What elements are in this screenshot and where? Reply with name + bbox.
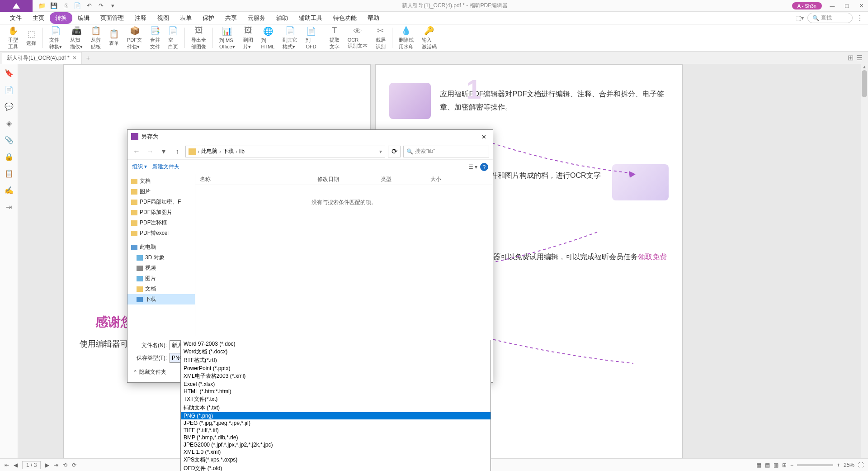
nav-next-icon[interactable]: ▶ — [45, 462, 49, 468]
dialog-search-input[interactable]: 🔍 搜索"lib" — [403, 146, 489, 157]
tree-item[interactable]: PDF转excel — [127, 228, 195, 238]
nav-prev-icon[interactable]: ◀ — [14, 462, 18, 468]
screenshot-ocr-button[interactable]: ✂截屏 识别 — [372, 25, 389, 51]
dropdown-item[interactable]: HTML (*.htm;*.html) — [181, 388, 491, 395]
breadcrumb-item[interactable]: 此电脑 — [201, 147, 217, 155]
maximize-button[interactable]: ▢ — [840, 1, 854, 11]
to-html-button[interactable]: 🌐到 HTML — [258, 25, 278, 50]
dropdown-item[interactable]: 辅助文本 (*.txt) — [181, 404, 491, 412]
menu-help[interactable]: 帮助 — [362, 12, 385, 24]
nav-back-icon[interactable]: ⟲ — [63, 462, 67, 468]
form-button[interactable]: 📋表单 — [105, 28, 123, 48]
view-mode-4-icon[interactable]: ⊞ — [782, 462, 787, 468]
menu-form[interactable]: 表单 — [175, 12, 197, 24]
breadcrumb-item[interactable]: lib — [239, 148, 245, 155]
export-images-button[interactable]: 🖼导出全 部图像 — [188, 25, 210, 51]
tree-item[interactable]: PDF注释框 — [127, 218, 195, 228]
document-tab[interactable]: 新人引导(1)_OCR(4).pdf * ✕ — [2, 52, 82, 64]
tree-item[interactable]: 文档 — [127, 284, 195, 294]
hand-tool-button[interactable]: ✋手型 工具 — [5, 25, 22, 51]
package-button[interactable]: 📦PDF文 件包▾ — [123, 25, 146, 51]
dropdown-item[interactable]: XML 1.0 (*.xml) — [181, 448, 491, 456]
dropdown-item[interactable]: JPEG2000 (*.jpf,*.jpx,*.jp2,*.j2k,*.jpc) — [181, 441, 491, 448]
help-icon[interactable]: ? — [480, 163, 488, 171]
comment-icon[interactable]: 💬 — [5, 102, 14, 111]
tree-item[interactable]: PDF局部加密、F — [127, 197, 195, 207]
undo-icon[interactable]: ↶ — [84, 1, 94, 11]
signature-icon[interactable]: ✍ — [5, 186, 14, 195]
folder-tree[interactable]: 文档 图片 PDF局部加密、F PDF添加图片 PDF注释框 PDF转excel… — [127, 174, 195, 337]
menu-tools[interactable]: 辅助工具 — [293, 12, 328, 24]
nav-forward-icon[interactable]: ⟳ — [72, 462, 76, 468]
tree-item[interactable]: 文档 — [127, 176, 195, 186]
new-folder-button[interactable]: 新建文件夹 — [152, 163, 179, 171]
tab-close-icon[interactable]: ✕ — [72, 55, 77, 61]
open-icon[interactable]: 📁 — [37, 1, 47, 11]
tree-item[interactable]: PDF添加图片 — [127, 207, 195, 218]
layers-icon[interactable]: ◈ — [6, 119, 12, 128]
breadcrumb[interactable]: › 此电脑 › 下载 › lib ▾ — [185, 146, 385, 157]
minimize-button[interactable]: — — [826, 1, 839, 11]
view-mode-1-icon[interactable]: ▦ — [756, 462, 761, 468]
menu-options-icon[interactable]: ⬚▾ — [796, 15, 804, 21]
layout-list-icon[interactable]: ☰ — [856, 53, 863, 62]
security-icon[interactable]: 🔒 — [5, 152, 14, 161]
panel-toggle-icon[interactable]: ⇥ — [6, 203, 12, 211]
tree-item[interactable]: 视频 — [127, 263, 195, 273]
file-convert-button[interactable]: 📄文件 转换▾ — [46, 25, 66, 51]
refresh-button[interactable]: ⟳ — [388, 146, 401, 157]
filetype-dropdown[interactable]: Word 97-2003 (*.doc) Word文档 (*.docx) RTF… — [180, 340, 491, 471]
dropdown-item[interactable]: XML电子表格2003 (*.xml) — [181, 372, 491, 381]
attachment-icon[interactable]: 📎 — [5, 136, 14, 144]
to-ofd-button[interactable]: 📄到 OFD — [302, 25, 320, 50]
tree-item[interactable]: 图片 — [127, 186, 195, 197]
to-office-button[interactable]: 📊到 MS Office▾ — [216, 25, 239, 51]
select-tool-button[interactable]: ⬚选择 — [23, 28, 40, 48]
nav-last-icon[interactable]: ⇥ — [54, 462, 58, 468]
dropdown-item[interactable]: OFD文件 (*.ofd) — [181, 464, 491, 471]
to-image-button[interactable]: 🖼到图 片▾ — [240, 25, 257, 51]
zoom-value[interactable]: 25% — [844, 462, 854, 468]
dropdown-item[interactable]: PowerPoint (*.pptx) — [181, 365, 491, 372]
print-icon[interactable]: 🖨 — [61, 1, 71, 11]
nav-first-icon[interactable]: ⇤ — [5, 462, 9, 468]
view-mode-2-icon[interactable]: ▤ — [765, 462, 770, 468]
search-input[interactable]: 🔍 查找 — [807, 13, 853, 23]
fullscreen-icon[interactable]: ⛶ — [858, 462, 863, 468]
view-mode-3-icon[interactable]: ▥ — [774, 462, 778, 468]
menu-special[interactable]: 特色功能 — [328, 12, 362, 24]
tree-item[interactable]: 3D 对象 — [127, 252, 195, 263]
dropdown-item[interactable]: RTF格式(*.rtf) — [181, 356, 491, 365]
column-name[interactable]: 名称 — [195, 176, 313, 183]
menu-pages[interactable]: 页面管理 — [95, 12, 129, 24]
organize-button[interactable]: 组织 ▾ — [132, 163, 147, 171]
remove-watermark-button[interactable]: 💧删除试 用水印 — [395, 25, 417, 51]
fields-icon[interactable]: 📋 — [5, 169, 14, 178]
merge-button[interactable]: 📑合并 文件 — [146, 25, 164, 51]
dropdown-item[interactable]: JPEG (*.jpg,*.jpeg,*.jpe,*.jif) — [181, 419, 491, 427]
nav-history-button[interactable]: ▾ — [158, 146, 169, 157]
dropdown-item-selected[interactable]: PNG (*.png) — [181, 412, 491, 419]
menu-file[interactable]: 文件 — [5, 12, 27, 24]
column-size[interactable]: 大小 — [426, 176, 446, 183]
dropdown-item[interactable]: TXT文件(*.txt) — [181, 395, 491, 404]
activate-button[interactable]: 🔑输入 激活码 — [418, 25, 440, 51]
dropdown-item[interactable]: Word文档 (*.docx) — [181, 347, 491, 356]
ocr-button[interactable]: 👁OCR 识别文本 — [344, 25, 371, 50]
save-icon[interactable]: 💾 — [49, 1, 59, 11]
zoom-in-icon[interactable]: + — [837, 462, 840, 468]
menu-protect[interactable]: 保护 — [197, 12, 220, 24]
page-indicator[interactable]: 1 / 3 — [22, 461, 41, 469]
redo-icon[interactable]: ↷ — [96, 1, 106, 11]
clipboard-button[interactable]: 📋从剪 贴板 — [87, 25, 104, 51]
tree-item-downloads[interactable]: 下载 — [127, 294, 195, 304]
menu-edit[interactable]: 编辑 — [72, 12, 95, 24]
user-badge[interactable]: A - Sh3n — [792, 2, 822, 10]
menu-assist[interactable]: 辅助 — [271, 12, 293, 24]
menu-share[interactable]: 共享 — [220, 12, 242, 24]
menu-home[interactable]: 主页 — [27, 12, 50, 24]
dropdown-item[interactable]: XPS文档(*.xps,*.oxps) — [181, 456, 491, 464]
tree-item[interactable]: 图片 — [127, 273, 195, 284]
dropdown-item[interactable]: Word 97-2003 (*.doc) — [181, 340, 491, 347]
dropdown-item[interactable]: Excel (*.xlsx) — [181, 381, 491, 388]
